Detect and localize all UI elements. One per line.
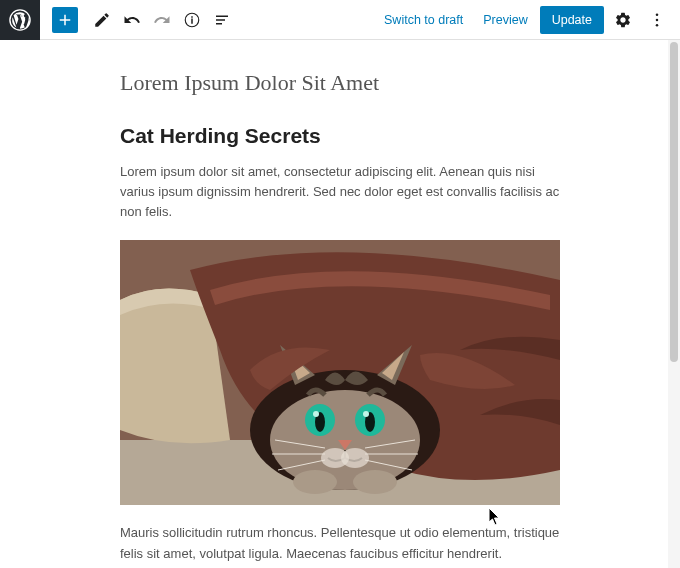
post-title[interactable]: Lorem Ipsum Dolor Sit Amet bbox=[120, 70, 560, 96]
redo-button[interactable] bbox=[148, 6, 176, 34]
scrollbar-thumb[interactable] bbox=[670, 42, 678, 362]
outline-button[interactable] bbox=[208, 6, 236, 34]
settings-button[interactable] bbox=[608, 5, 638, 35]
pencil-icon bbox=[93, 11, 111, 29]
cat-image bbox=[120, 240, 560, 505]
kebab-icon bbox=[648, 11, 666, 29]
list-view-icon bbox=[213, 11, 231, 29]
editor-toolbar: Switch to draft Preview Update bbox=[0, 0, 680, 40]
image-block[interactable] bbox=[120, 240, 560, 505]
paragraph-block-1[interactable]: Lorem ipsum dolor sit amet, consectetur … bbox=[120, 162, 560, 222]
gear-icon bbox=[614, 11, 632, 29]
paragraph-block-2[interactable]: Mauris sollicitudin rutrum rhoncus. Pell… bbox=[120, 523, 560, 563]
svg-point-3 bbox=[656, 18, 659, 21]
more-options-button[interactable] bbox=[642, 5, 672, 35]
info-icon bbox=[183, 11, 201, 29]
edit-tool-button[interactable] bbox=[88, 6, 116, 34]
plus-icon bbox=[56, 11, 74, 29]
svg-point-18 bbox=[353, 470, 397, 494]
undo-button[interactable] bbox=[118, 6, 146, 34]
add-block-button[interactable] bbox=[52, 7, 78, 33]
svg-point-14 bbox=[363, 411, 369, 417]
update-button[interactable]: Update bbox=[540, 6, 604, 34]
svg-point-16 bbox=[341, 448, 369, 468]
editor-canvas[interactable]: Lorem Ipsum Dolor Sit Amet Cat Herding S… bbox=[0, 40, 680, 568]
info-button[interactable] bbox=[178, 6, 206, 34]
svg-point-2 bbox=[656, 13, 659, 16]
svg-point-4 bbox=[656, 23, 659, 26]
switch-to-draft-button[interactable]: Switch to draft bbox=[376, 7, 471, 33]
preview-button[interactable]: Preview bbox=[475, 7, 535, 33]
svg-point-13 bbox=[313, 411, 319, 417]
vertical-scrollbar[interactable] bbox=[668, 40, 680, 568]
wordpress-icon bbox=[9, 9, 31, 31]
redo-icon bbox=[153, 11, 171, 29]
heading-block[interactable]: Cat Herding Secrets bbox=[120, 124, 560, 148]
svg-point-17 bbox=[293, 470, 337, 494]
wordpress-logo[interactable] bbox=[0, 0, 40, 40]
undo-icon bbox=[123, 11, 141, 29]
